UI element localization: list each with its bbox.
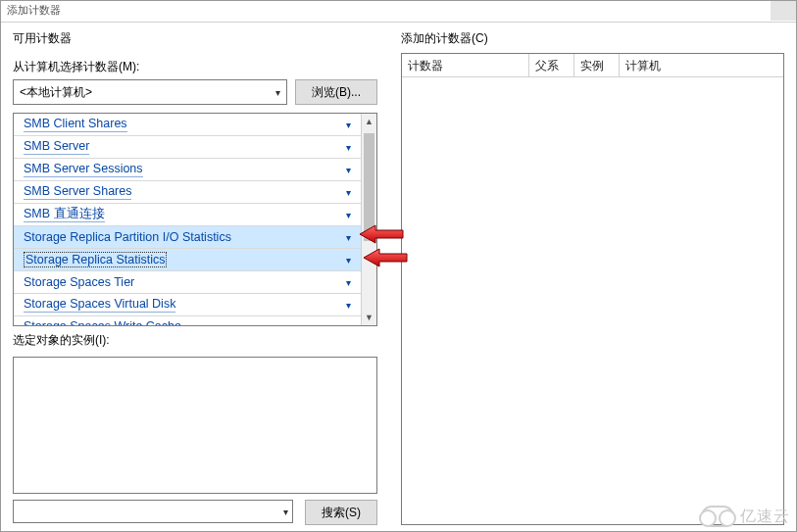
counter-item-label: Storage Spaces Tier: [24, 275, 134, 289]
chevron-down-icon[interactable]: ▾: [346, 142, 351, 153]
add-counters-dialog: 添加计数器 可用计数器 从计算机选择计数器(M): <本地计算机> ▾ 浏览(B…: [0, 0, 797, 532]
watermark-text: 亿速云: [740, 507, 790, 527]
chevron-down-icon[interactable]: ▾: [346, 165, 351, 175]
scroll-up-icon[interactable]: ▲: [362, 114, 376, 129]
instances-label: 选定对象的实例(I):: [13, 332, 377, 349]
added-counters-label: 添加的计数器(C): [401, 30, 784, 47]
chevron-down-icon: ▾: [275, 87, 280, 98]
computer-combo-value: <本地计算机>: [20, 84, 92, 101]
counter-item-label: Storage Replica Statistics: [24, 252, 167, 267]
counter-item-label: Storage Spaces Virtual Disk: [24, 297, 175, 313]
chevron-down-icon[interactable]: ▾: [346, 277, 351, 288]
available-counters-label: 可用计数器: [13, 30, 377, 47]
chevron-down-icon[interactable]: ▾: [346, 322, 351, 326]
counter-item-label: SMB Client Shares: [24, 117, 127, 132]
table-header: 计数器 父系 实例 计算机: [402, 54, 783, 77]
counter-item-label: Storage Replica Partition I/O Statistics: [24, 230, 231, 244]
select-computer-label: 从计算机选择计数器(M):: [13, 59, 377, 75]
counter-item-label: SMB Server: [24, 139, 89, 155]
counter-item[interactable]: Storage Spaces Tier▾: [14, 271, 361, 294]
chevron-down-icon[interactable]: ▾: [346, 232, 351, 243]
scroll-thumb[interactable]: [364, 133, 374, 241]
col-instance[interactable]: 实例: [574, 54, 620, 77]
col-counter[interactable]: 计数器: [402, 54, 529, 77]
counter-item-label: Storage Spaces Write Cache: [24, 319, 181, 325]
chevron-down-icon[interactable]: ▾: [346, 255, 351, 266]
search-combo[interactable]: ▾: [13, 500, 293, 523]
counter-item[interactable]: Storage Spaces Write Cache▾: [14, 316, 361, 325]
titlebar: 添加计数器: [1, 1, 796, 23]
chevron-down-icon: ▾: [283, 507, 288, 517]
counter-item[interactable]: SMB 直通连接▾: [14, 204, 361, 226]
chevron-down-icon[interactable]: ▾: [346, 210, 351, 220]
added-counters-table[interactable]: 计数器 父系 实例 计算机: [401, 53, 784, 525]
counters-listbox[interactable]: SMB Client Shares▾SMB Server▾SMB Server …: [13, 113, 377, 326]
counter-item[interactable]: SMB Client Shares▾: [14, 114, 361, 136]
counter-item[interactable]: SMB Server Shares▾: [14, 181, 361, 204]
instances-listbox[interactable]: [13, 357, 377, 494]
search-button-label: 搜索(S): [322, 505, 361, 521]
search-button[interactable]: 搜索(S): [305, 500, 377, 525]
counter-item-label: SMB Server Shares: [24, 184, 131, 200]
added-counters-panel: 添加的计数器(C) 计数器 父系 实例 计算机: [401, 30, 784, 525]
scrollbar[interactable]: ▲ ▼: [361, 114, 376, 325]
counter-item[interactable]: SMB Server▾: [14, 136, 361, 159]
dialog-body: 可用计数器 从计算机选择计数器(M): <本地计算机> ▾ 浏览(B)... S…: [1, 23, 796, 531]
col-computer[interactable]: 计算机: [620, 54, 783, 77]
cloud-icon: [701, 506, 734, 527]
scroll-down-icon[interactable]: ▼: [362, 310, 376, 325]
browse-button-label: 浏览(B)...: [312, 84, 361, 101]
computer-combo[interactable]: <本地计算机> ▾: [13, 79, 287, 105]
counter-item-label: SMB Server Sessions: [24, 162, 143, 177]
chevron-down-icon[interactable]: ▾: [346, 187, 351, 198]
window-title: 添加计数器: [7, 4, 61, 16]
counter-item[interactable]: Storage Spaces Virtual Disk▾: [14, 294, 361, 316]
chevron-down-icon[interactable]: ▾: [346, 300, 351, 311]
chevron-down-icon[interactable]: ▾: [346, 120, 351, 130]
counter-item[interactable]: Storage Replica Statistics▾: [14, 249, 361, 271]
available-counters-panel: 可用计数器 从计算机选择计数器(M): <本地计算机> ▾ 浏览(B)... S…: [13, 30, 377, 525]
counter-item[interactable]: Storage Replica Partition I/O Statistics…: [14, 226, 361, 249]
counter-item-label: SMB 直通连接: [24, 207, 105, 222]
browse-button[interactable]: 浏览(B)...: [295, 79, 377, 105]
watermark: 亿速云: [701, 506, 790, 527]
col-parent[interactable]: 父系: [529, 54, 574, 77]
counter-item[interactable]: SMB Server Sessions▾: [14, 159, 361, 181]
close-button[interactable]: [771, 1, 796, 21]
